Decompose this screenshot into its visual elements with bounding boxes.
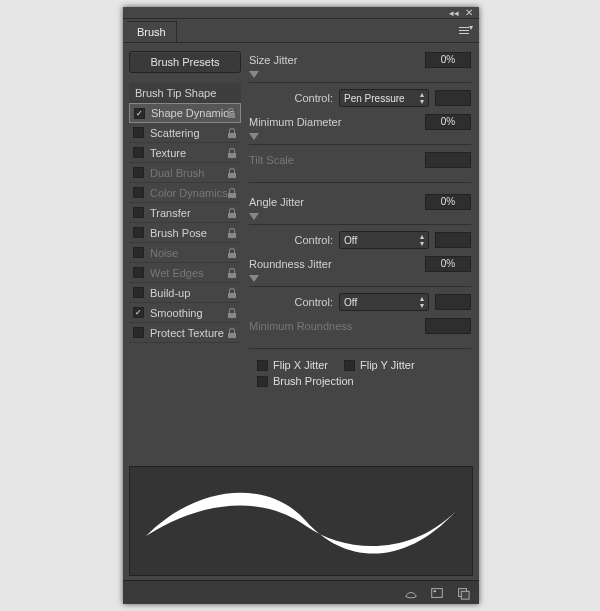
brush-projection-label: Brush Projection bbox=[273, 375, 354, 387]
control-label: Control: bbox=[294, 234, 333, 246]
angle-control-dropdown[interactable]: Off ▴▾ bbox=[339, 231, 429, 249]
checkbox-icon bbox=[133, 267, 144, 278]
dropdown-value: Pen Pressure bbox=[344, 93, 405, 104]
min-diameter-value[interactable]: 0% bbox=[425, 114, 471, 130]
option-scattering[interactable]: Scattering bbox=[129, 123, 241, 143]
tilt-scale-value bbox=[425, 152, 471, 168]
lock-icon[interactable] bbox=[227, 128, 237, 138]
flip-x-label: Flip X Jitter bbox=[273, 359, 328, 371]
checkbox-icon[interactable] bbox=[133, 127, 144, 138]
option-texture[interactable]: Texture bbox=[129, 143, 241, 163]
checkbox-icon[interactable] bbox=[133, 207, 144, 218]
tab-brush[interactable]: Brush bbox=[127, 21, 177, 42]
checkbox-icon[interactable] bbox=[133, 327, 144, 338]
option-build-up[interactable]: Build-up bbox=[129, 283, 241, 303]
panel-menu-icon[interactable] bbox=[459, 25, 473, 35]
option-noise: Noise bbox=[129, 243, 241, 263]
dropdown-value: Off bbox=[344, 235, 357, 246]
lock-icon bbox=[227, 268, 237, 278]
option-label: Dual Brush bbox=[148, 167, 237, 179]
option-label: Brush Pose bbox=[148, 227, 237, 239]
option-label: Noise bbox=[148, 247, 237, 259]
control-label: Control: bbox=[294, 92, 333, 104]
min-roundness-slider bbox=[249, 337, 471, 349]
prop-min-diameter: Minimum Diameter 0% bbox=[249, 113, 471, 145]
lock-icon[interactable] bbox=[227, 208, 237, 218]
option-label: Protect Texture bbox=[148, 327, 237, 339]
brush-projection-checkbox[interactable]: Brush Projection bbox=[257, 375, 471, 387]
lock-icon[interactable] bbox=[227, 288, 237, 298]
option-smoothing[interactable]: ✓ Smoothing bbox=[129, 303, 241, 323]
checkbox-icon[interactable] bbox=[133, 147, 144, 158]
option-label: Wet Edges bbox=[148, 267, 237, 279]
lock-icon[interactable] bbox=[226, 108, 236, 118]
tilt-scale-slider bbox=[249, 171, 471, 183]
roundness-jitter-slider[interactable] bbox=[249, 275, 471, 287]
checkbox-icon[interactable] bbox=[133, 287, 144, 298]
flip-y-checkbox[interactable]: Flip Y Jitter bbox=[344, 359, 415, 371]
close-icon[interactable]: ✕ bbox=[465, 7, 473, 18]
brush-presets-button[interactable]: Brush Presets bbox=[129, 51, 241, 73]
prop-label: Angle Jitter bbox=[249, 196, 304, 208]
option-brush-tip-shape[interactable]: Brush Tip Shape bbox=[129, 83, 241, 103]
lock-icon[interactable] bbox=[227, 228, 237, 238]
option-label: Color Dynamics bbox=[148, 187, 237, 199]
right-column: Size Jitter 0% Control: Pen Pressure ▴▾ … bbox=[245, 43, 479, 462]
checkbox-icon bbox=[133, 247, 144, 258]
size-control-row: Control: Pen Pressure ▴▾ bbox=[249, 89, 471, 107]
control-extra-box[interactable] bbox=[435, 90, 471, 106]
option-label: Shape Dynamics bbox=[149, 107, 236, 119]
prop-label: Minimum Diameter bbox=[249, 116, 341, 128]
option-brush-pose[interactable]: Brush Pose bbox=[129, 223, 241, 243]
collapse-icon[interactable]: ◂◂ bbox=[449, 8, 459, 18]
option-label: Scattering bbox=[148, 127, 237, 139]
checkbox-icon bbox=[133, 167, 144, 178]
panel-titlebar: ◂◂ ✕ bbox=[123, 7, 479, 19]
prop-label: Roundness Jitter bbox=[249, 258, 332, 270]
size-jitter-value[interactable]: 0% bbox=[425, 52, 471, 68]
option-protect-texture[interactable]: Protect Texture bbox=[129, 323, 241, 343]
checkbox-icon[interactable] bbox=[344, 360, 355, 371]
min-roundness-value bbox=[425, 318, 471, 334]
prop-min-roundness: Minimum Roundness bbox=[249, 317, 471, 349]
flip-x-checkbox[interactable]: Flip X Jitter bbox=[257, 359, 328, 371]
lock-icon[interactable] bbox=[227, 148, 237, 158]
angle-jitter-slider[interactable] bbox=[249, 213, 471, 225]
option-shape-dynamics[interactable]: ✓ Shape Dynamics bbox=[129, 103, 241, 123]
lock-icon[interactable] bbox=[227, 328, 237, 338]
lock-icon bbox=[227, 168, 237, 178]
control-label: Control: bbox=[294, 296, 333, 308]
new-preset-icon[interactable] bbox=[429, 585, 445, 601]
lock-icon[interactable] bbox=[227, 308, 237, 318]
control-extra-box[interactable] bbox=[435, 232, 471, 248]
min-diameter-slider[interactable] bbox=[249, 133, 471, 145]
size-control-dropdown[interactable]: Pen Pressure ▴▾ bbox=[339, 89, 429, 107]
control-extra-box[interactable] bbox=[435, 294, 471, 310]
prop-size-jitter: Size Jitter 0% bbox=[249, 51, 471, 83]
size-jitter-slider[interactable] bbox=[249, 71, 471, 83]
angle-jitter-value[interactable]: 0% bbox=[425, 194, 471, 210]
roundness-jitter-value[interactable]: 0% bbox=[425, 256, 471, 272]
svg-rect-1 bbox=[434, 590, 437, 592]
brush-preview bbox=[129, 466, 473, 576]
checkbox-icon[interactable]: ✓ bbox=[133, 307, 144, 318]
brush-option-list: Brush Tip Shape ✓ Shape Dynamics Scatter… bbox=[129, 83, 241, 343]
option-transfer[interactable]: Transfer bbox=[129, 203, 241, 223]
create-brush-icon[interactable] bbox=[455, 585, 471, 601]
angle-control-row: Control: Off ▴▾ bbox=[249, 231, 471, 249]
toggle-preview-icon[interactable] bbox=[403, 585, 419, 601]
option-color-dynamics: Color Dynamics bbox=[129, 183, 241, 203]
checkbox-icon[interactable] bbox=[257, 360, 268, 371]
checkbox-icon bbox=[133, 187, 144, 198]
flip-row: Flip X Jitter Flip Y Jitter bbox=[257, 359, 471, 371]
round-control-row: Control: Off ▴▾ bbox=[249, 293, 471, 311]
checkbox-icon[interactable] bbox=[257, 376, 268, 387]
brush-stroke-icon bbox=[141, 476, 461, 566]
round-control-dropdown[interactable]: Off ▴▾ bbox=[339, 293, 429, 311]
checkbox-icon[interactable]: ✓ bbox=[134, 108, 145, 119]
checkbox-icon[interactable] bbox=[133, 227, 144, 238]
brush-panel: ◂◂ ✕ Brush Brush Presets Brush Tip Shape… bbox=[123, 7, 479, 604]
option-wet-edges: Wet Edges bbox=[129, 263, 241, 283]
prop-roundness-jitter: Roundness Jitter 0% bbox=[249, 255, 471, 287]
option-label: Build-up bbox=[148, 287, 237, 299]
